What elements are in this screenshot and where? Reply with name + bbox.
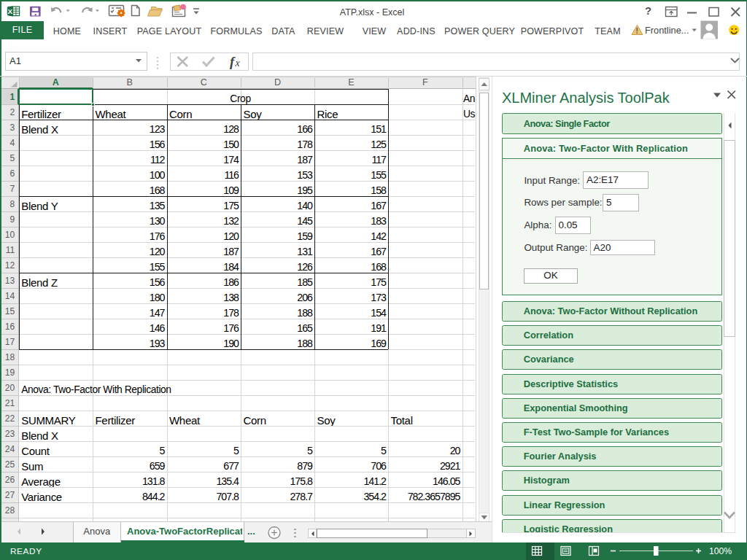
svg-text:X: X	[8, 7, 13, 15]
svg-text:!: !	[636, 27, 638, 35]
svg-text:?: ?	[645, 4, 651, 17]
svg-text:x: x	[235, 58, 241, 69]
